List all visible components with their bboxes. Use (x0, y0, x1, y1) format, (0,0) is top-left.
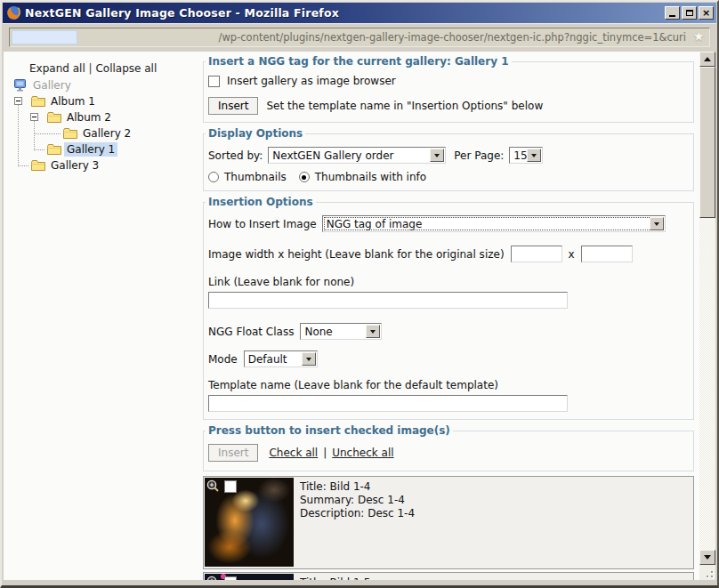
tree-item-label: Gallery 2 (80, 126, 133, 141)
expand-all-link[interactable]: Expand all (29, 62, 85, 75)
maximize-icon (686, 10, 693, 16)
float-class-label: NGG Float Class (208, 326, 294, 338)
zoom-magnifier-icon[interactable] (206, 576, 220, 580)
insert-note: Set the template name in "Insertion Opti… (266, 100, 543, 112)
chevron-down-icon (430, 149, 444, 162)
per-page-label: Per Page: (454, 149, 504, 162)
close-button[interactable]: × (699, 6, 714, 20)
image-height-input[interactable] (581, 246, 633, 262)
scroll-up-button[interactable] (699, 52, 715, 67)
scroll-down-button[interactable] (699, 550, 715, 565)
url-selection-chip (12, 30, 77, 44)
vertical-scrollbar[interactable] (699, 52, 715, 565)
image-description: Description: Desc 1-4 (300, 507, 415, 520)
browser-checkbox-row: Insert gallery as image browser (208, 75, 689, 87)
window-title: NextGEN Gallery Image Chooser - Mozilla … (25, 6, 665, 20)
check-all-link[interactable]: Check all (269, 447, 318, 459)
thumbnails-radio[interactable] (208, 172, 219, 182)
link-label: Link (Leave blank for none) (208, 276, 689, 288)
minimize-icon (669, 15, 675, 17)
image-metadata: Title: Bild 1-5 Summary: Desc 1-5 Descri… (295, 573, 420, 580)
firefox-icon (6, 5, 21, 20)
tree-item-gallery-3[interactable]: Gallery 3 (30, 157, 101, 173)
insert-gallery-button[interactable]: Insert (208, 97, 258, 115)
image-thumbnail[interactable] (205, 574, 294, 580)
folder-icon (30, 94, 46, 109)
mode-select[interactable]: Default (244, 350, 318, 367)
collapse-expander-icon[interactable] (30, 113, 38, 121)
chevron-down-icon (302, 352, 316, 366)
insert-checked-button[interactable]: Insert (208, 444, 258, 462)
per-page-select[interactable]: 15 (509, 147, 543, 164)
tree-connector-line (18, 165, 28, 166)
float-class-select[interactable]: None (300, 323, 382, 340)
collapse-all-link[interactable]: Collapse all (95, 62, 157, 75)
image-metadata: Title: Bild 1-4 Summary: Desc 1-4 Descri… (295, 477, 420, 568)
scrollbar-thumb[interactable] (699, 67, 715, 218)
gallery-tag-section: Insert a NGG tag for the current gallery… (203, 55, 694, 123)
section-legend: Display Options (206, 127, 305, 140)
tree-connector-line (34, 133, 61, 134)
folder-icon (46, 110, 62, 125)
insert-checked-section: Press button to insert checked image(s) … (203, 424, 694, 471)
collapse-expander-icon[interactable] (14, 97, 22, 105)
tree-item-gallery-1-selected[interactable]: Gallery 1 (46, 141, 117, 157)
navigation-toolbar: /wp-content/plugins/nextgen-gallery-imag… (3, 23, 716, 51)
url-bar[interactable]: /wp-content/plugins/nextgen-gallery-imag… (9, 28, 710, 47)
resize-grip[interactable] (699, 565, 715, 580)
tree-item-album-2[interactable]: Album 2 (46, 109, 114, 125)
thumbnails-with-info-radio[interactable] (299, 172, 310, 182)
monitor-icon (12, 78, 28, 93)
tree-controls: Expand all | Collapse all (29, 62, 157, 75)
tree-connector-line (18, 101, 19, 166)
image-title: Title: Bild 1-4 (300, 480, 415, 494)
close-icon: × (702, 8, 710, 18)
link-input[interactable] (208, 292, 568, 309)
maximize-button[interactable] (682, 6, 697, 20)
image-checkbox[interactable] (224, 576, 237, 580)
tree-item-label: Gallery 3 (48, 158, 101, 173)
folder-icon (30, 158, 46, 173)
page-content: Expand all | Collapse all Gallery (4, 52, 715, 580)
image-row: Title: Bild 1-5 Summary: Desc 1-5 Descri… (203, 572, 694, 580)
insertion-options-section: Insertion Options How to Insert Image NG… (203, 196, 694, 420)
folder-icon (46, 142, 62, 157)
size-label: Image width x height (Leave blank for th… (208, 248, 505, 261)
image-browser-checkbox[interactable] (208, 76, 220, 87)
sorted-by-label: Sorted by: (208, 149, 263, 162)
section-legend: Insert a NGG tag for the current gallery… (206, 55, 512, 68)
tree-item-label: Album 1 (48, 94, 98, 109)
title-bar: NextGEN Gallery Image Chooser - Mozilla … (3, 3, 716, 23)
url-text[interactable]: /wp-content/plugins/nextgen-gallery-imag… (219, 31, 686, 44)
uncheck-all-link[interactable]: Uncheck all (332, 447, 393, 459)
minimize-button[interactable] (665, 6, 680, 20)
sorted-by-select[interactable]: NextGEN Gallery order (268, 147, 446, 164)
display-options-section: Display Options Sorted by: NextGEN Galle… (203, 127, 694, 191)
arrow-up-icon (704, 53, 711, 61)
arrow-down-icon (704, 555, 711, 563)
tree-item-label: Album 2 (64, 110, 114, 125)
image-browser-checkbox-label: Insert gallery as image browser (227, 75, 396, 87)
image-summary: Summary: Desc 1-4 (300, 494, 415, 507)
how-to-insert-select[interactable]: NGG tag of image (322, 215, 666, 232)
tree-item-album-1[interactable]: Album 1 (30, 93, 98, 109)
zoom-magnifier-icon[interactable] (206, 479, 220, 493)
mode-label: Mode (208, 353, 238, 366)
image-title: Title: Bild 1-5 (300, 576, 415, 580)
check-links-divider: | (323, 447, 327, 459)
tree-item-gallery-root[interactable]: Gallery (12, 77, 74, 93)
image-thumbnail[interactable] (205, 478, 294, 567)
tree-item-label: Gallery 1 (64, 142, 117, 157)
folder-icon (62, 126, 78, 141)
section-legend: Press button to insert checked image(s) (206, 424, 453, 437)
template-name-label: Template name (Leave blank for the defau… (208, 379, 689, 391)
image-checkbox[interactable] (224, 480, 237, 493)
thumbnails-radio-label: Thumbnails (224, 171, 287, 183)
tree-item-gallery-2[interactable]: Gallery 2 (62, 125, 133, 141)
how-to-insert-label: How to Insert Image (208, 218, 317, 230)
image-width-input[interactable] (511, 246, 562, 262)
chevron-down-icon (650, 217, 664, 230)
image-row: Title: Bild 1-4 Summary: Desc 1-4 Descri… (203, 476, 694, 569)
template-name-input[interactable] (208, 395, 568, 412)
bookmark-star-icon[interactable]: ★ (693, 28, 705, 44)
